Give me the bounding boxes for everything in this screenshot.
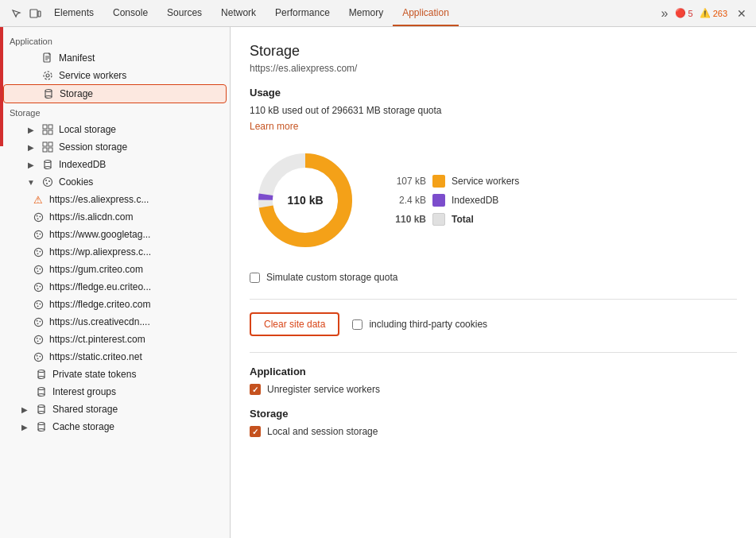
sidebar-item-cookie-pinterest[interactable]: https://ct.pinterest.com — [3, 331, 227, 348]
local-session-storage-checkbox[interactable] — [250, 426, 261, 437]
sidebar-item-manifest-label: Manifest — [59, 52, 220, 64]
tab-console[interactable]: Console — [103, 0, 157, 26]
cookie-icon — [41, 176, 54, 188]
sidebar-item-cookie-pinterest-label: https://ct.pinterest.com — [49, 334, 220, 345]
svg-point-47 — [39, 320, 41, 322]
svg-point-45 — [34, 318, 42, 326]
svg-point-61 — [38, 405, 45, 408]
sidebar-item-private-state-tokens[interactable]: Private state tokens — [3, 366, 227, 383]
sidebar-item-manifest[interactable]: Manifest — [3, 49, 227, 67]
svg-point-25 — [34, 230, 42, 238]
svg-rect-12 — [48, 142, 52, 146]
svg-point-32 — [37, 253, 38, 254]
svg-point-37 — [34, 283, 42, 291]
donut-chart: 110 kB — [250, 145, 361, 256]
device-icon[interactable] — [25, 4, 45, 23]
sidebar-item-cookie-aliexpress-label: https://es.aliexpress.c... — [49, 194, 220, 205]
divider-1 — [250, 299, 737, 300]
sidebar-item-interest-groups[interactable]: Interest groups — [3, 383, 227, 401]
sidebar-item-session-storage-label: Session storage — [59, 141, 220, 153]
sidebar-item-local-storage[interactable]: ▶ Local storage — [3, 121, 227, 138]
legend-value-total: 110 kB — [393, 214, 426, 225]
learn-more-link[interactable]: Learn more — [250, 121, 298, 132]
panel-url: https://es.aliexpress.com/ — [250, 63, 737, 74]
sidebar-item-cookie-gum-criteo[interactable]: https://gum.criteo.com — [3, 261, 227, 278]
tab-memory[interactable]: Memory — [339, 0, 393, 26]
chart-area: 110 kB 107 kB Service workers 2.4 kB Ind… — [250, 145, 737, 256]
sidebar-item-cache-storage[interactable]: ▶ Cache storage — [3, 418, 227, 435]
sidebar-item-cookie-criteo-net[interactable]: https://static.criteo.net — [3, 348, 227, 366]
expand-arrow-indexeddb[interactable]: ▶ — [25, 159, 37, 170]
expand-arrow-cookies[interactable]: ▼ — [25, 176, 37, 188]
cylinder-icon — [42, 87, 55, 100]
sidebar-item-session-storage[interactable]: ▶ Session storage — [3, 138, 227, 156]
sidebar-item-cookie-creativecdn[interactable]: https://us.creativecdn.... — [3, 313, 227, 331]
simulate-storage-quota-checkbox[interactable] — [250, 273, 260, 283]
svg-rect-14 — [48, 148, 52, 152]
expand-arrow-session-storage[interactable]: ▶ — [25, 141, 37, 153]
svg-point-57 — [38, 370, 45, 373]
tab-network[interactable]: Network — [211, 0, 266, 26]
sidebar-item-cookie-aliexpress[interactable]: ⚠ https://es.aliexpress.c... — [3, 191, 227, 208]
third-party-cookies-checkbox[interactable] — [352, 319, 362, 330]
simulate-storage-quota-label[interactable]: Simulate custom storage quota — [266, 272, 397, 283]
third-party-cookies-label[interactable]: including third-party cookies — [369, 319, 487, 330]
unregister-service-workers-row: Unregister service workers — [250, 384, 737, 395]
third-party-cookies-row: including third-party cookies — [352, 319, 487, 330]
devtools-toolbar: Elements Console Sources Network Perform… — [0, 0, 756, 27]
legend-name-total: Total — [452, 214, 474, 225]
warning-count[interactable]: ⚠️ 263 — [700, 8, 727, 18]
svg-point-50 — [36, 337, 37, 339]
svg-rect-9 — [43, 130, 47, 134]
svg-point-58 — [38, 377, 45, 379]
sidebar-item-cookie-wp-aliexpress-label: https://wp.aliexpress.c... — [49, 246, 220, 257]
sidebar: Application Manifest — [0, 27, 231, 538]
cookie-icon-small9 — [32, 350, 45, 363]
tab-elements[interactable]: Elements — [45, 0, 103, 26]
expand-arrow-cache-storage[interactable]: ▶ — [19, 421, 30, 432]
close-devtools-button[interactable]: ✕ — [734, 7, 750, 20]
legend-swatch-idb — [432, 194, 445, 207]
clear-site-data-button[interactable]: Clear site data — [250, 312, 339, 336]
sidebar-item-cookie-wp-aliexpress[interactable]: https://wp.aliexpress.c... — [3, 243, 227, 261]
tab-performance[interactable]: Performance — [266, 0, 339, 26]
svg-point-44 — [37, 305, 38, 307]
expand-arrow-local-storage[interactable]: ▶ — [25, 124, 37, 135]
sidebar-item-cookie-fledge[interactable]: https://fledge.criteo.com — [3, 296, 227, 313]
sidebar-item-cookie-fledge-eu[interactable]: https://fledge.eu.criteo... — [3, 278, 227, 296]
legend-name-idb: IndexedDB — [452, 195, 498, 206]
sidebar-item-cookie-alicdn[interactable]: https://is.alicdn.com — [3, 208, 227, 226]
svg-rect-7 — [43, 125, 47, 129]
tab-sources[interactable]: Sources — [157, 0, 211, 26]
inspect-icon[interactable] — [6, 4, 25, 23]
svg-point-39 — [39, 285, 41, 287]
file-icon — [41, 52, 54, 64]
simulate-storage-quota-row: Simulate custom storage quota — [250, 272, 737, 283]
svg-point-30 — [36, 250, 37, 251]
svg-point-51 — [39, 338, 41, 339]
more-tabs-button[interactable]: » — [655, 6, 675, 21]
sidebar-item-service-workers[interactable]: Service workers — [3, 67, 227, 84]
svg-point-26 — [36, 232, 37, 234]
sidebar-item-service-workers-label: Service workers — [59, 70, 220, 81]
unregister-service-workers-checkbox[interactable] — [250, 384, 261, 395]
sidebar-item-shared-storage[interactable]: ▶ Shared storage — [3, 401, 227, 418]
tab-application[interactable]: Application — [393, 0, 459, 26]
svg-point-38 — [36, 284, 37, 286]
svg-point-24 — [37, 218, 38, 219]
unregister-service-workers-label: Unregister service workers — [267, 384, 380, 395]
svg-point-17 — [44, 178, 52, 187]
sidebar-item-cookies[interactable]: ▼ Cookies — [3, 173, 227, 191]
cookie-icon-small4 — [32, 263, 45, 276]
sidebar-item-shared-storage-label: Shared storage — [52, 404, 220, 415]
expand-placeholder2 — [19, 369, 30, 380]
warning-icon: ⚠️ — [700, 8, 711, 18]
expand-arrow-shared-storage[interactable]: ▶ — [19, 404, 30, 415]
svg-point-36 — [37, 270, 38, 272]
sidebar-item-indexeddb[interactable]: ▶ IndexedDB — [3, 156, 227, 173]
cookie-icon-small2 — [32, 228, 45, 241]
sidebar-item-storage[interactable]: Storage — [3, 84, 227, 103]
sidebar-item-cookie-googletag[interactable]: https://www.googletag... — [3, 226, 227, 243]
error-count[interactable]: 🔴 5 — [675, 8, 693, 18]
svg-point-33 — [34, 265, 42, 273]
